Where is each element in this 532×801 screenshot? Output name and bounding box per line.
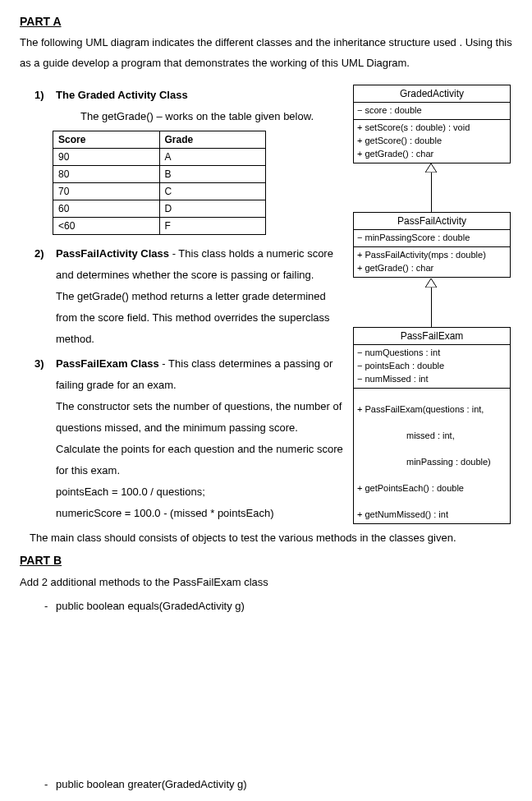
uml-inheritance-arrow-icon (425, 163, 435, 172)
item2-p2: The getGrade() method returns a letter g… (56, 286, 346, 350)
intro-text: The following UML diagram indicates the … (20, 33, 512, 73)
item3-p5: numericScore = 100.0 - (missed * pointsE… (56, 503, 346, 524)
uml-connector (431, 288, 432, 327)
table-row: 80B (53, 166, 266, 183)
main-class-note: The main class should consists of object… (20, 527, 512, 549)
uml-ops: + PassFailExam(questions : int, missed :… (354, 389, 510, 522)
uml-connector (431, 173, 432, 212)
svg-marker-1 (425, 279, 437, 288)
list-item-2: PassFailActivity Class - This class hold… (20, 243, 346, 350)
part-b-method-2: public boolean greater(GradedActivity g) (44, 775, 512, 795)
th-score: Score (53, 131, 160, 149)
uml-class-passfailactivity: PassFailActivity − minPassingScore : dou… (353, 212, 511, 278)
table-row: 90A (53, 149, 266, 166)
uml-title: GradedActivity (354, 85, 510, 103)
part-b-p2: Using two objects of the PassFailExam cl… (20, 795, 512, 801)
item3-p3: Calculate the points for each question a… (56, 439, 346, 481)
part-b-method-1: public boolean equals(GradedActivity g) (44, 596, 512, 617)
uml-attrs: − score : double (354, 103, 510, 120)
uml-title: PassFailExam (354, 328, 510, 345)
uml-title: PassFailActivity (354, 213, 510, 230)
uml-ops: + setScore(s : double) : void + getScore… (354, 120, 510, 163)
table-row: <60F (53, 218, 266, 235)
part-b-intro: Add 2 additional methods to the PassFail… (20, 572, 512, 593)
list-item-3: PassFailExam Class - This class determin… (20, 353, 346, 524)
uml-ops: + PassFailActivity(mps : double) + getGr… (354, 247, 510, 277)
th-grade: Grade (159, 131, 266, 149)
part-b-heading: PART B (20, 554, 512, 567)
item1-title: The Graded Activity Class (56, 89, 188, 101)
table-row: 60D (53, 200, 266, 218)
item3-p4: pointsEach = 100.0 / questions; (56, 481, 346, 503)
uml-class-passfailexam: PassFailExam − numQuestions : int − poin… (353, 327, 511, 523)
uml-attrs: − numQuestions : int − pointsEach : doub… (354, 345, 510, 389)
item2-title: PassFailActivity Class (56, 247, 169, 260)
list-item-1: The Graded Activity Class The getGrade()… (20, 85, 346, 127)
part-a-heading: PART A (20, 15, 512, 28)
item1-line1: The getGrade() – works on the table give… (56, 106, 346, 127)
score-grade-table: Score Grade 90A 80B 70C 60D <60F (53, 131, 266, 235)
item3-title: PassFailExam Class (56, 357, 159, 370)
table-row: 70C (53, 183, 266, 200)
uml-attrs: − minPassingScore : double (354, 230, 510, 247)
item3-p2: The constructor sets the number of quest… (56, 396, 346, 439)
svg-marker-0 (425, 163, 437, 173)
uml-diagram: GradedActivity − score : double + setSco… (353, 85, 512, 463)
uml-inheritance-arrow-icon (425, 279, 435, 287)
uml-class-gradedactivity: GradedActivity − score : double + setSco… (353, 85, 511, 163)
